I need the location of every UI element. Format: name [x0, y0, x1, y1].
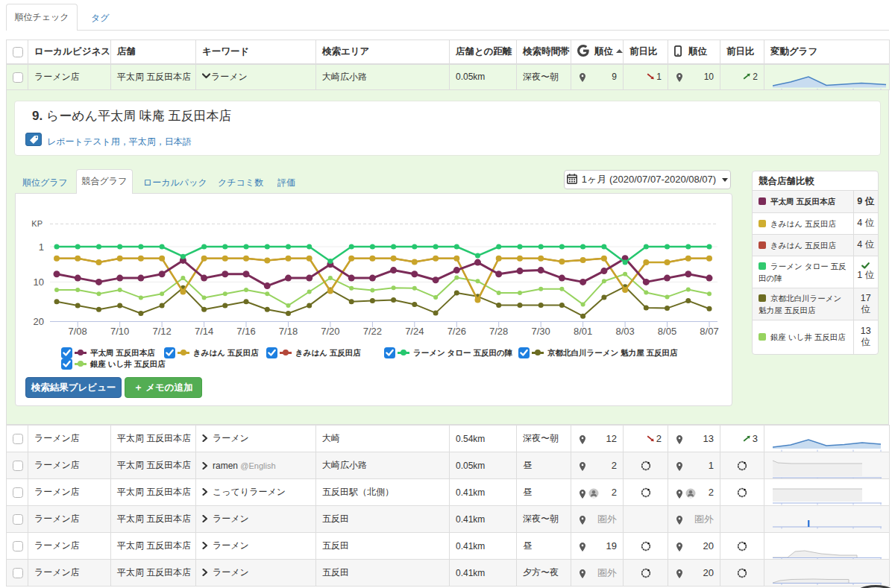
- svg-text:8/03: 8/03: [615, 326, 634, 337]
- svg-text:7/30: 7/30: [532, 326, 550, 337]
- svg-text:7/20: 7/20: [321, 326, 339, 337]
- svg-text:7/26: 7/26: [448, 326, 466, 337]
- svg-text:8/01: 8/01: [574, 326, 592, 337]
- svg-text:7/18: 7/18: [279, 326, 298, 337]
- svg-text:7/12: 7/12: [152, 326, 171, 337]
- svg-text:7/16: 7/16: [236, 326, 255, 337]
- svg-text:7/10: 7/10: [110, 326, 129, 337]
- svg-text:7/28: 7/28: [489, 326, 508, 337]
- svg-text:1: 1: [39, 241, 44, 253]
- svg-text:10: 10: [34, 276, 44, 288]
- svg-text:7/14: 7/14: [195, 326, 213, 337]
- svg-text:7/24: 7/24: [405, 326, 424, 337]
- svg-text:7/08: 7/08: [69, 326, 87, 337]
- svg-text:8/07: 8/07: [700, 326, 718, 337]
- svg-text:8/05: 8/05: [658, 326, 676, 337]
- svg-text:KP: KP: [31, 219, 43, 228]
- svg-text:7/22: 7/22: [363, 326, 382, 337]
- svg-text:20: 20: [34, 316, 44, 327]
